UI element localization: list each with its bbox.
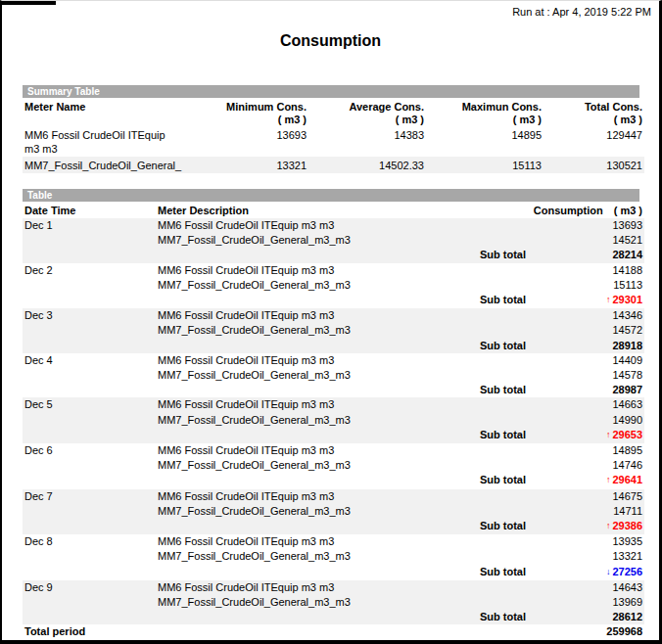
up-arrow-icon: ↑ [606, 430, 611, 439]
summary-col-min-unit: ( m3 ) [186, 114, 307, 126]
subtotal-label: Sub total [454, 519, 528, 534]
spacer-cell [156, 383, 454, 397]
meter-description-cell: MM6 Fossil CrudeOil ITEquip m3 m3 [156, 443, 454, 458]
detail-table-section-header: Table [23, 189, 639, 202]
subtotal-value-cell: 28918 [528, 339, 644, 353]
summary-col-max: Maximun Cons. ( m3 ) [426, 98, 544, 126]
consumption-value-cell: 13693 [528, 218, 644, 233]
window-edge-artifact [2, 1, 56, 5]
consumption-value-cell: 14346 [528, 308, 644, 323]
day-row: MM7_Fossil_CrudeOil_General_m3_m314990 [23, 413, 644, 428]
day-row: Dec 5MM6 Fossil CrudeOil ITEquip m3 m314… [23, 397, 644, 412]
subtotal-value-cell: ↑29641 [528, 473, 644, 488]
spacer-cell [23, 428, 156, 443]
detail-table: Date Time Meter Description Consumption(… [23, 202, 644, 640]
spacer-cell [454, 353, 528, 368]
summary-max-value: 15113 [426, 157, 544, 173]
day-date-cell: Dec 6 [23, 443, 156, 458]
day-row: MM7_Fossil_CrudeOil_General_m3_m314711 [23, 504, 644, 519]
summary-col-avg: Average Cons. ( m3 ) [308, 98, 426, 126]
summary-row: MM7_Fossil_CrudeOil_General_ 13321 14502… [23, 157, 644, 173]
consumption-value-cell: 14675 [528, 489, 644, 504]
summary-col-min-label: Minimum Cons. [186, 101, 307, 114]
subtotal-value: 27256 [612, 566, 642, 577]
subtotal-value: 28214 [612, 249, 642, 260]
spacer-cell [454, 263, 528, 278]
day-row: Dec 6MM6 Fossil CrudeOil ITEquip m3 m314… [23, 443, 644, 458]
consumption-value-cell: 14578 [528, 368, 644, 383]
spacer-cell [454, 308, 528, 323]
up-arrow-icon: ↑ [606, 295, 611, 304]
summary-row: MM6 Fossil CrudeOil ITEquip m3 m3 13693 … [23, 126, 644, 157]
subtotal-value-cell: 28214 [528, 248, 644, 262]
summary-col-min: Minimum Cons. ( m3 ) [184, 98, 308, 126]
spacer-cell [23, 368, 156, 383]
spacer-cell [454, 443, 528, 458]
summary-col-total-unit: ( m3 ) [545, 114, 642, 126]
subtotal-label: Sub total [454, 565, 528, 580]
subtotal-value: 29386 [612, 520, 642, 531]
spacer-cell [454, 549, 528, 564]
spacer-cell [156, 339, 454, 353]
meter-description-cell: MM6 Fossil CrudeOil ITEquip m3 m3 [156, 218, 454, 233]
total-period-label: Total period [23, 624, 528, 639]
day-row: MM7_Fossil_CrudeOil_General_m3_m314746 [23, 458, 644, 473]
day-row: Dec 8MM6 Fossil CrudeOil ITEquip m3 m313… [23, 534, 644, 549]
spacer-cell [454, 368, 528, 383]
subtotal-value: 28987 [612, 384, 642, 395]
subtotal-row: Sub total↑29641 [23, 473, 644, 488]
detail-table-body: Dec 1MM6 Fossil CrudeOil ITEquip m3 m313… [23, 218, 644, 624]
up-arrow-icon: ↑ [606, 475, 611, 484]
summary-table-section-header: Summary Table [23, 85, 639, 98]
subtotal-label: Sub total [454, 293, 528, 308]
subtotal-label: Sub total [454, 339, 528, 353]
subtotal-value: 29641 [612, 474, 642, 485]
summary-col-total: Total Cons. ( m3 ) [544, 98, 644, 126]
summary-min-value: 13693 [184, 126, 308, 157]
spacer-cell [23, 413, 156, 428]
day-row: Dec 1MM6 Fossil CrudeOil ITEquip m3 m313… [23, 218, 644, 233]
summary-total-value: 130521 [544, 157, 644, 173]
detail-col-consumption-unit: ( m3 ) [614, 205, 642, 216]
consumption-value-cell: 13321 [528, 549, 644, 564]
subtotal-row: Sub total28612 [23, 610, 644, 624]
subtotal-row: Sub total28214 [23, 248, 644, 262]
spacer-cell [156, 519, 454, 534]
summary-table: Meter Name Minimum Cons. ( m3 ) Average … [23, 98, 644, 173]
spacer-cell [23, 233, 156, 248]
page-title: Consumption [2, 32, 659, 50]
spacer-cell [23, 519, 156, 534]
spacer-cell [454, 233, 528, 248]
subtotal-value: 28612 [612, 611, 642, 622]
day-row: Dec 4MM6 Fossil CrudeOil ITEquip m3 m314… [23, 353, 644, 368]
spacer-cell [454, 413, 528, 428]
subtotal-value-cell: 28987 [528, 383, 644, 397]
consumption-value-cell: 15113 [528, 278, 644, 293]
spacer-cell [156, 293, 454, 308]
run-at-timestamp: Run at : Apr 4, 2019 5:22 PM [2, 1, 659, 19]
spacer-cell [156, 473, 454, 488]
spacer-cell [23, 610, 156, 624]
spacer-cell [23, 383, 156, 397]
spacer-cell [156, 565, 454, 580]
day-date-cell: Dec 1 [23, 218, 156, 233]
day-row: Dec 3MM6 Fossil CrudeOil ITEquip m3 m314… [23, 308, 644, 323]
meter-description-cell: MM6 Fossil CrudeOil ITEquip m3 m3 [156, 353, 454, 368]
summary-col-max-unit: ( m3 ) [428, 114, 542, 126]
spacer-cell [454, 580, 528, 595]
day-row: Dec 2MM6 Fossil CrudeOil ITEquip m3 m314… [23, 263, 644, 278]
summary-meter-name: MM7_Fossil_CrudeOil_General_ [23, 157, 184, 173]
total-period-value: 259968 [528, 624, 644, 639]
day-date-cell: Dec 4 [23, 353, 156, 368]
spacer-cell [454, 595, 528, 610]
subtotal-value-cell: ↑29653 [528, 428, 644, 443]
day-date-cell: Dec 3 [23, 308, 156, 323]
meter-description-cell: MM7_Fossil_CrudeOil_General_m3_m3 [156, 413, 454, 428]
day-date-cell: Dec 8 [23, 534, 156, 549]
subtotal-value: 28918 [612, 340, 642, 351]
spacer-cell [156, 248, 454, 262]
day-date-cell: Dec 2 [23, 263, 156, 278]
summary-col-max-label: Maximun Cons. [428, 101, 542, 114]
meter-description-cell: MM6 Fossil CrudeOil ITEquip m3 m3 [156, 397, 454, 412]
spacer-cell [23, 458, 156, 473]
